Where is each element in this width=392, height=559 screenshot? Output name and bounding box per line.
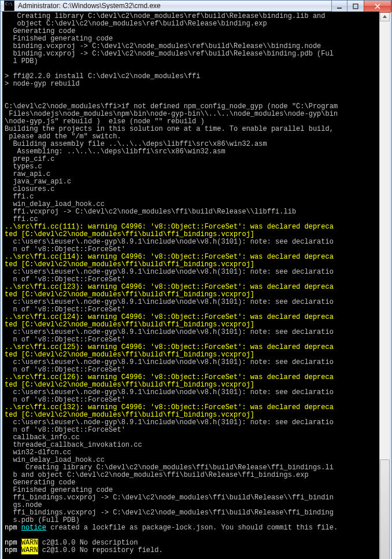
- window-buttons: [332, 1, 391, 12]
- window-title: Administrator: C:\Windows\System32\cmd.e…: [18, 2, 161, 9]
- svg-rect-1: [353, 4, 358, 9]
- scrollbar[interactable]: [379, 12, 390, 559]
- scroll-thumb[interactable]: [380, 459, 390, 559]
- minimize-button[interactable]: [331, 1, 347, 13]
- svg-rect-0: [337, 8, 342, 9]
- close-button[interactable]: [364, 1, 391, 13]
- terminal[interactable]: Creating library C:\devl\c2\node_modules…: [2, 12, 379, 559]
- cmd-icon: [4, 1, 14, 11]
- client-area: Creating library C:\devl\c2\node_modules…: [1, 12, 391, 559]
- titlebar[interactable]: Administrator: C:\Windows\System32\cmd.e…: [1, 1, 391, 12]
- terminal-output: Creating library C:\devl\c2\node_modules…: [5, 13, 377, 559]
- cmd-window: Administrator: C:\Windows\System32\cmd.e…: [0, 0, 392, 559]
- maximize-button[interactable]: [347, 1, 364, 13]
- scroll-up-button[interactable]: [380, 12, 390, 21]
- scroll-track[interactable]: [380, 21, 390, 559]
